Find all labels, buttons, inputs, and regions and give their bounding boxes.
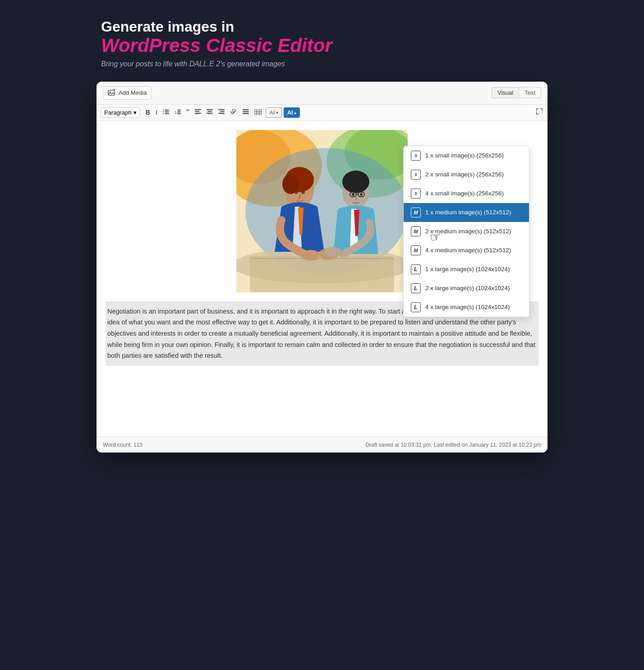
option-2x-small[interactable]: S 2 x small image(s) (256x256) bbox=[404, 165, 529, 184]
option-1x-large-label: 1 x large image(s) (1024x1024) bbox=[425, 266, 510, 273]
option-1x-medium-label: 1 x medium image(s) (512x512) bbox=[425, 209, 511, 216]
editor-content[interactable]: S 1 x small image(s) (256x256) S 2 x sma… bbox=[97, 121, 547, 437]
header-subtitle: Bring your posts to life with DALL.E 2's… bbox=[101, 60, 547, 68]
svg-rect-27 bbox=[243, 111, 249, 112]
word-count: Word count: 113 bbox=[103, 442, 143, 448]
svg-rect-22 bbox=[218, 109, 225, 110]
svg-rect-19 bbox=[207, 111, 212, 112]
ai-image-label: AI bbox=[287, 109, 293, 116]
option-2x-small-label: 2 x small image(s) (256x256) bbox=[425, 171, 504, 178]
option-4x-large-label: 4 x large image(s) (1024x1024) bbox=[425, 304, 510, 310]
size-badge-l2: L bbox=[411, 283, 421, 293]
svg-rect-17 bbox=[195, 115, 198, 115]
option-4x-large[interactable]: L 4 x large image(s) (1024x1024) bbox=[404, 298, 529, 317]
svg-rect-8 bbox=[165, 111, 169, 112]
option-1x-small-label: 1 x small image(s) (256x256) bbox=[425, 152, 504, 159]
tab-visual[interactable]: Visual bbox=[492, 87, 519, 98]
svg-point-46 bbox=[294, 190, 298, 194]
option-4x-small[interactable]: S 4 x small image(s) (256x256) bbox=[404, 184, 529, 203]
paragraph-select[interactable]: Paragraph ▾ bbox=[101, 107, 140, 118]
svg-rect-4 bbox=[163, 110, 164, 111]
size-badge-s3: S bbox=[411, 189, 421, 199]
svg-rect-18 bbox=[207, 109, 213, 110]
svg-rect-11 bbox=[177, 110, 181, 111]
header-section: Generate images in WordPress Classic Edi… bbox=[97, 18, 547, 68]
svg-rect-12 bbox=[177, 111, 181, 112]
svg-rect-23 bbox=[220, 111, 225, 112]
svg-rect-21 bbox=[208, 115, 212, 115]
align-full-button[interactable] bbox=[240, 108, 251, 117]
tab-text[interactable]: Text bbox=[519, 87, 541, 98]
option-2x-large[interactable]: L 2 x large image(s) (1024x1024) bbox=[404, 279, 529, 298]
svg-rect-16 bbox=[195, 113, 201, 114]
format-bar: Paragraph ▾ B I 1. " bbox=[97, 105, 547, 121]
svg-rect-9 bbox=[165, 113, 169, 114]
outer-container: Generate images in WordPress Classic Edi… bbox=[97, 18, 547, 453]
expand-button[interactable] bbox=[536, 108, 543, 117]
option-4x-medium-label: 4 x medium image(s) (512x512) bbox=[425, 247, 511, 254]
option-1x-small[interactable]: S 1 x small image(s) (256x256) bbox=[404, 146, 529, 165]
visual-text-tabs: Visual Text bbox=[492, 87, 541, 98]
option-2x-large-label: 2 x large image(s) (1024x1024) bbox=[425, 285, 510, 291]
svg-rect-6 bbox=[163, 113, 164, 114]
status-bar: Word count: 113 Draft saved at 10:03:31 … bbox=[97, 437, 547, 453]
bold-button[interactable]: B bbox=[143, 108, 152, 117]
size-badge-l3: L bbox=[411, 302, 421, 312]
table-button[interactable] bbox=[252, 108, 264, 117]
media-icon bbox=[108, 89, 116, 97]
size-badge-m: M bbox=[411, 208, 421, 217]
size-badge-s: S bbox=[411, 151, 421, 161]
size-badge-l: L bbox=[411, 264, 421, 274]
size-badge-m3: M bbox=[411, 245, 421, 255]
svg-rect-20 bbox=[207, 113, 213, 114]
add-media-label: Add Media bbox=[119, 89, 147, 96]
option-4x-medium[interactable]: M 4 x medium image(s) (512x512) bbox=[404, 241, 529, 260]
add-media-button[interactable]: Add Media bbox=[103, 86, 152, 100]
svg-rect-29 bbox=[243, 115, 249, 115]
svg-rect-15 bbox=[195, 111, 199, 112]
svg-point-48 bbox=[302, 250, 320, 261]
svg-point-50 bbox=[342, 171, 369, 193]
svg-rect-42 bbox=[250, 256, 394, 292]
size-badge-m2: M bbox=[411, 226, 421, 236]
unordered-list-button[interactable] bbox=[161, 108, 171, 117]
paragraph-label: Paragraph bbox=[104, 109, 132, 116]
svg-rect-30 bbox=[254, 109, 262, 115]
svg-rect-13 bbox=[177, 113, 181, 114]
option-1x-large[interactable]: L 1 x large image(s) (1024x1024) bbox=[404, 260, 529, 279]
align-left-button[interactable] bbox=[193, 108, 203, 117]
svg-rect-5 bbox=[163, 111, 164, 112]
italic-button[interactable]: I bbox=[153, 108, 160, 117]
dropdown-menu: S 1 x small image(s) (256x256) S 2 x sma… bbox=[403, 146, 529, 317]
header-title-line2: WordPress Classic Editor bbox=[101, 35, 547, 56]
option-1x-medium[interactable]: M 1 x medium image(s) (512x512) bbox=[404, 203, 529, 222]
svg-rect-28 bbox=[243, 113, 249, 114]
chevron-down-small-icon: ▾ bbox=[276, 110, 278, 115]
option-4x-small-label: 4 x small image(s) (256x256) bbox=[425, 190, 504, 197]
ordered-list-button[interactable]: 1. bbox=[172, 108, 183, 117]
option-2x-medium-label: 2 x medium image(s) (512x512) bbox=[425, 228, 511, 235]
svg-rect-25 bbox=[221, 115, 225, 115]
svg-point-54 bbox=[352, 193, 354, 196]
svg-rect-7 bbox=[165, 110, 169, 111]
top-bar: Add Media Visual Text bbox=[97, 82, 547, 105]
header-title-line1: Generate images in bbox=[101, 18, 547, 35]
svg-rect-14 bbox=[195, 109, 201, 110]
svg-point-57 bbox=[325, 247, 341, 257]
svg-point-55 bbox=[360, 193, 363, 196]
ai-image-button[interactable]: AI ▴ bbox=[284, 107, 300, 118]
option-2x-medium[interactable]: M 2 x medium image(s) (512x512) bbox=[404, 222, 529, 241]
link-button[interactable] bbox=[228, 108, 239, 117]
ai-text-label: AI bbox=[269, 109, 275, 116]
ai-text-button[interactable]: AI ▾ bbox=[266, 107, 281, 118]
svg-rect-26 bbox=[243, 109, 249, 110]
align-right-button[interactable] bbox=[216, 108, 227, 117]
align-center-button[interactable] bbox=[204, 108, 215, 117]
chevron-down-icon: ▾ bbox=[133, 109, 137, 116]
chevron-up-icon: ▴ bbox=[294, 110, 296, 115]
painting-image bbox=[236, 130, 408, 292]
size-badge-s2: S bbox=[411, 170, 421, 180]
svg-rect-24 bbox=[218, 113, 225, 114]
draft-saved: Draft saved at 10:03:31 pm. Last edited … bbox=[365, 442, 541, 448]
blockquote-button[interactable]: " bbox=[184, 107, 192, 117]
